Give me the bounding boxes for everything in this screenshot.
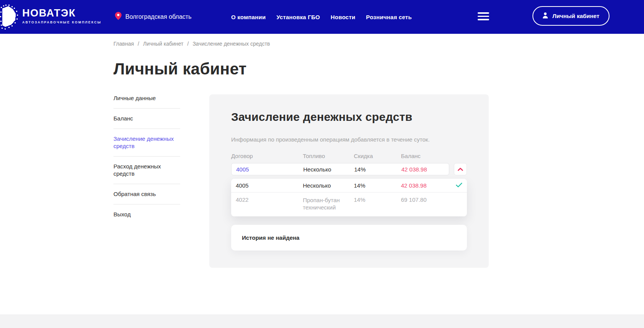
account-button-label: Личный кабинет [552,13,600,19]
sidebar-item-balance[interactable]: Баланс [113,109,180,129]
option-fuel: Пропан-бутан технический [303,196,349,211]
nav-item-about[interactable]: О компании [231,14,266,20]
chevron-up-icon [458,166,463,173]
check-icon [456,182,462,189]
nav-item-gbo[interactable]: Установка ГБО [276,14,320,20]
sidebar-item-personal-data[interactable]: Личные данные [113,94,180,109]
breadcrumb-separator: / [138,41,139,47]
breadcrumb: Главная / Личный кабинет / Зачисление де… [113,41,535,47]
dropdown-option-4022[interactable]: 4022 Пропан-бутан технический 14% 69 107… [231,193,467,216]
top-header: НОВАТЭК АВТОЗАПРАВОЧНЫЕ КОМПЛЕКСЫ Волгог… [0,0,644,34]
col-header-contract: Договор [231,153,303,159]
location-pin-icon [115,12,122,21]
account-button[interactable]: Личный кабинет [532,6,610,26]
sidebar-item-logout[interactable]: Выход [113,204,180,224]
hamburger-icon[interactable] [478,12,489,20]
sidebar-item-credits[interactable]: Зачисление денежных средств [113,129,180,157]
user-icon [542,12,548,20]
selected-fuel: Несколько [303,166,354,173]
region-selector[interactable]: Волгоградская область [115,12,192,21]
option-contract: 4022 [236,196,303,203]
panel-note: Информация по произведенным операциям до… [231,136,467,143]
col-header-fuel: Топливо [303,153,354,159]
history-empty-label: История не найдена [242,234,299,241]
sidebar-item-spending[interactable]: Расход денежных средств [113,157,180,184]
page-title: Личный кабинет [113,60,535,78]
logo-subtitle: АВТОЗАПРАВОЧНЫЕ КОМПЛЕКСЫ [22,20,102,24]
selected-balance: 42 038.98 [401,166,444,173]
dropdown-option-4005[interactable]: 4005 Несколько 14% 42 038.98 [231,179,467,193]
history-empty-card: История не найдена [231,225,467,251]
logo[interactable]: НОВАТЭК АВТОЗАПРАВОЧНЫЕ КОМПЛЕКСЫ [22,8,102,24]
nav-item-news[interactable]: Новости [331,14,355,20]
col-header-discount: Скидка [354,153,401,159]
contract-dropdown: 4005 Несколько 14% 42 038.98 4022 П [231,179,467,216]
nav-item-retail[interactable]: Розничная сеть [366,14,412,20]
panel-title: Зачисление денежных средств [231,110,467,124]
page-content: Главная / Личный кабинет / Зачисление де… [113,41,535,268]
table-header-row: Договор Топливо Скидка Баланс [231,153,467,159]
option-balance: 42 038.98 [401,182,427,189]
selected-contract: 4005 [236,166,303,173]
logo-title: НОВАТЭК [22,8,102,18]
option-discount: 14% [354,196,401,203]
col-header-balance: Баланс [401,153,467,159]
region-label: Волгоградская область [125,13,192,20]
logo-mark [0,3,18,32]
option-contract: 4005 [236,182,303,189]
sidebar-item-feedback[interactable]: Обратная связь [113,184,180,204]
footer-strip [0,315,644,328]
account-sidebar: Личные данные Баланс Зачисление денежных… [113,94,180,224]
option-balance: 69 107.80 [401,196,462,203]
option-fuel: Несколько [303,182,354,189]
contract-select[interactable]: 4005 Несколько 14% 42 038.98 [231,163,449,175]
breadcrumb-home[interactable]: Главная [113,41,134,47]
dropdown-toggle-button[interactable] [454,163,467,175]
selected-discount: 14% [354,166,401,173]
breadcrumb-separator: / [187,41,189,47]
credits-panel: Зачисление денежных средств Информация п… [209,94,489,268]
breadcrumb-current: Зачисление денежных средств [192,41,270,47]
main-nav: О компании Установка ГБО Новости Розничн… [231,0,412,34]
breadcrumb-account[interactable]: Личный кабинет [143,41,183,47]
option-discount: 14% [354,182,401,189]
